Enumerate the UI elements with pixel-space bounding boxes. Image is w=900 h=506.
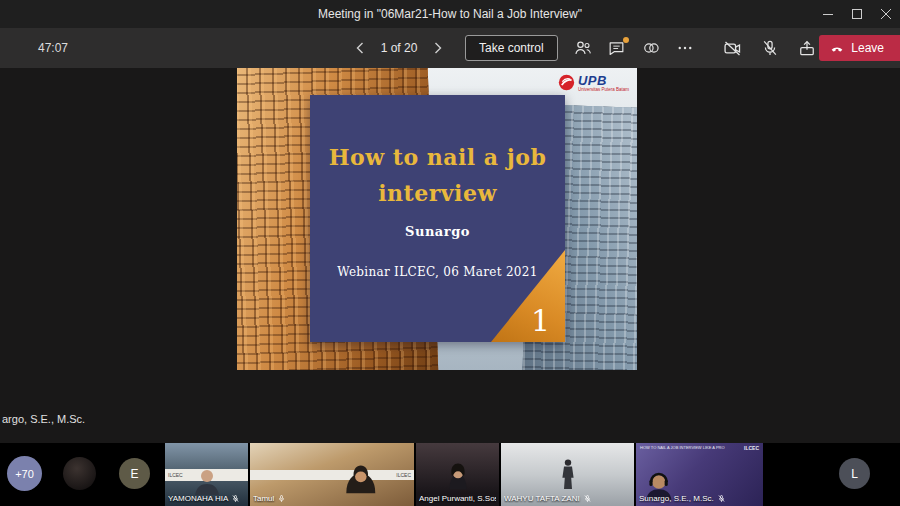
mic-off-icon: [760, 38, 780, 58]
participant-tile-tamul[interactable]: ILCEC Tamul: [250, 443, 414, 506]
slide-page-indicator: 1 of 20: [377, 41, 421, 55]
breakout-rooms-button[interactable]: [638, 35, 663, 61]
meeting-toolbar: 47:07 1 of 20 Take control: [0, 28, 900, 68]
participant-tile-angel[interactable]: Angel Purwanti, S.Sos.,...: [416, 443, 499, 506]
window-titlebar: Meeting in "06Mar21-How to Nail a Job In…: [0, 0, 900, 28]
phone-hangup-icon: [829, 40, 845, 56]
mic-off-icon: [231, 494, 240, 503]
mic-on-icon: [277, 494, 286, 503]
window-controls: [813, 0, 900, 28]
more-options-button[interactable]: [672, 35, 697, 61]
leave-button-label: Leave: [851, 41, 884, 55]
participant-tile-yamonaha[interactable]: ILCEC YAMONAHA HIA: [165, 443, 248, 506]
tile-name-label: YAMONAHA HIA: [168, 494, 228, 503]
mic-off-button[interactable]: [757, 35, 782, 61]
minimize-button[interactable]: [813, 0, 842, 28]
participant-avatar-e[interactable]: E: [119, 458, 150, 489]
take-control-button[interactable]: Take control: [465, 35, 558, 61]
maximize-button[interactable]: [842, 0, 871, 28]
minimize-icon: [823, 9, 833, 19]
mic-off-icon: [583, 494, 592, 503]
close-icon: [881, 9, 891, 19]
upb-logo-subtext: Universitas Putera Batam: [578, 88, 629, 93]
camera-off-icon: [722, 38, 743, 59]
video-tiles: ILCEC YAMONAHA HIA: [165, 443, 763, 506]
leave-button[interactable]: Leave: [819, 35, 900, 61]
person-avatar: [439, 457, 477, 493]
tile-name-label: Angel Purwanti, S.Sos.,...: [419, 494, 496, 503]
participant-avatar-l[interactable]: L: [839, 458, 870, 489]
chat-notification-dot: [623, 37, 629, 43]
participant-filmstrip: +70 E ILCEC YAMONAHA HIA: [0, 443, 900, 506]
chat-button[interactable]: [604, 35, 629, 61]
person-avatar: [187, 463, 227, 497]
slide-title: How to nail a job interview: [310, 139, 565, 212]
participant-tile-sunargo[interactable]: HOW TO NAIL A JOB INTERVIEW LIKE A PRO I…: [636, 443, 763, 506]
slide-footer: Webinar ILCEC, 06 Maret 2021: [310, 265, 565, 279]
tile-name-label: WAHYU TAFTA ZANI: [504, 494, 580, 503]
slide-author: Sunargo: [310, 224, 565, 239]
chevron-left-icon: [356, 42, 364, 54]
tile-name-label: Tamul: [253, 494, 274, 503]
maximize-icon: [852, 9, 862, 19]
person-avatar: [556, 451, 580, 495]
camera-off-button[interactable]: [720, 35, 745, 61]
people-icon: [573, 38, 593, 58]
upb-logo: UPB Universitas Putera Batam: [558, 74, 629, 93]
share-tray-icon: [797, 38, 817, 58]
share-button[interactable]: [794, 35, 819, 61]
mini-slide-header: HOW TO NAIL A JOB INTERVIEW LIKE A PRO I…: [640, 445, 759, 451]
chevron-right-icon: [434, 42, 442, 54]
next-slide-button[interactable]: [428, 35, 448, 61]
shared-slide: UPB Universitas Putera Batam How to nail…: [237, 68, 637, 370]
teams-meeting-window: Meeting in "06Mar21-How to Nail a Job In…: [0, 0, 900, 506]
av-controls: [720, 28, 819, 68]
prev-slide-button[interactable]: [350, 35, 370, 61]
meeting-actions: [570, 28, 697, 68]
slide-navigation: 1 of 20 Take control: [350, 28, 558, 68]
presentation-stage: UPB Universitas Putera Batam How to nail…: [0, 68, 900, 443]
tile-name-label: Sunargo, S.E., M.Sc.: [639, 494, 714, 503]
upb-logo-text: UPB: [578, 74, 629, 87]
participant-avatar-photo[interactable]: [63, 457, 96, 490]
upb-emblem-icon: [558, 74, 575, 91]
window-title: Meeting in "06Mar21-How to Nail a Job In…: [0, 0, 900, 28]
more-options-icon: [676, 39, 694, 57]
slide-page-number: 1: [531, 303, 550, 338]
close-button[interactable]: [871, 0, 900, 28]
breakout-rooms-icon: [641, 38, 661, 58]
meeting-timer: 47:07: [38, 28, 68, 68]
person-avatar: [326, 451, 384, 499]
mic-off-icon: [717, 494, 726, 503]
presenter-name-label: argo, S.E., M.Sc.: [2, 413, 85, 425]
participants-button[interactable]: [570, 35, 595, 61]
participant-tile-wahyu[interactable]: WAHYU TAFTA ZANI: [501, 443, 634, 506]
overflow-participants-badge[interactable]: +70: [7, 456, 42, 491]
